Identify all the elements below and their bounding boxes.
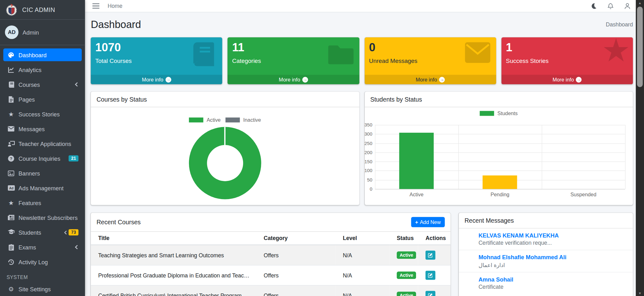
sidebar-item-analytics[interactable]: Analytics <box>3 63 81 76</box>
user-account-icon[interactable] <box>624 3 630 9</box>
svg-text:?: ? <box>10 156 12 161</box>
sidebar-item-site-settings[interactable]: ⚙ Site Settings <box>3 283 81 295</box>
menu-toggle-icon[interactable] <box>92 3 99 8</box>
sidebar-item-label: Site Settings <box>19 286 51 292</box>
dark-mode-moon-icon[interactable] <box>591 3 597 9</box>
sidebar-item-label: Teacher Applications <box>19 140 71 147</box>
table-row: Certified British Curriculum\ Internatio… <box>91 285 451 296</box>
course-category: Offers <box>256 245 336 265</box>
star-icon: ★ <box>7 111 16 117</box>
vertical-scrollbar[interactable]: ▲ ▼ <box>636 0 644 296</box>
info-box-total-courses: 1070 Total Courses More info → <box>91 37 222 84</box>
message-excerpt: ادارة اعمال <box>479 262 627 268</box>
sidebar-item-exams[interactable]: Exams <box>3 241 81 253</box>
clipboard-icon <box>7 244 16 250</box>
notifications-bell-icon[interactable] <box>608 3 614 9</box>
chevron-left-icon <box>74 245 78 249</box>
edit-button[interactable] <box>425 291 435 296</box>
chart-line-icon <box>7 66 16 73</box>
content-header: Dashboard Dashboard <box>91 19 633 30</box>
brand-link[interactable]: CIC ADMIN <box>0 0 85 20</box>
recent-courses-card: Recent Courses +Add New Title Category L… <box>91 213 451 296</box>
sidebar-item-dashboard[interactable]: Dashboard <box>3 48 81 61</box>
more-info-link[interactable]: More info → <box>501 75 633 84</box>
card-title: Courses by Status <box>91 92 359 107</box>
column-category: Category <box>256 232 336 245</box>
message-item: KELVAS KENAM KALIYEKHA Certificate verif… <box>459 228 633 250</box>
sidebar-item-features[interactable]: ★ Features <box>3 196 81 209</box>
sidebar-item-course-inquiries[interactable]: ? Course Inquiries 21 <box>3 152 81 165</box>
course-level: N/A <box>336 245 390 265</box>
bar-chart: Students 350 <box>364 107 633 205</box>
status-badge: Active <box>397 271 416 279</box>
table-header-row: Title Category Level Status Actions <box>91 232 451 245</box>
message-sender-link[interactable]: Amna Sohail <box>479 276 627 283</box>
message-excerpt: Certificate <box>479 284 627 290</box>
course-level: N/A <box>336 265 390 285</box>
sidebar-item-activity-log[interactable]: Activity Log <box>3 255 81 268</box>
legend-label: Active <box>207 117 220 123</box>
question-circle-icon: ? <box>7 155 16 162</box>
add-new-button[interactable]: +Add New <box>411 217 445 227</box>
card-title: Recent Messages <box>459 213 633 229</box>
scrollbar-down-arrow[interactable]: ▼ <box>636 290 644 296</box>
y-tick: 250 <box>364 141 372 146</box>
star-icon: ★ <box>7 200 16 206</box>
chevron-left-icon <box>74 82 78 87</box>
sidebar-item-label: Pages <box>19 96 35 103</box>
status-badge: Active <box>397 251 416 259</box>
sidebar-item-banners[interactable]: Banners <box>3 167 81 179</box>
sidebar-item-label: Exams <box>19 244 36 250</box>
more-info-link[interactable]: More info → <box>91 75 222 84</box>
column-status: Status <box>389 232 418 245</box>
edit-button[interactable] <box>425 271 435 280</box>
table-row: Teaching Strategies and Smart Learning O… <box>91 245 451 265</box>
messages-list: KELVAS KENAM KALIYEKHA Certificate verif… <box>459 228 633 294</box>
star-icon: ★ <box>602 37 630 66</box>
sidebar-item-courses[interactable]: Courses <box>3 78 81 91</box>
course-title: Professional Post Graduate Diploma in Ed… <box>91 265 256 285</box>
arrow-right-icon: → <box>439 77 445 82</box>
y-tick: 50 <box>367 177 372 182</box>
sidebar-item-students[interactable]: Students 73 <box>3 226 81 238</box>
history-icon <box>7 259 16 265</box>
arrow-right-icon: → <box>165 77 171 82</box>
teacher-icon <box>7 141 16 147</box>
info-box-row: 1070 Total Courses More info → 11 Catego… <box>91 37 633 84</box>
card-title: Students by Status <box>364 92 633 107</box>
envelope-icon <box>465 42 490 65</box>
legend-swatch-students <box>480 111 494 116</box>
column-level: Level <box>336 232 390 245</box>
more-info-link[interactable]: More info → <box>228 75 359 84</box>
column-actions: Actions <box>418 232 451 245</box>
message-item: Mohnad Elshafie Mohammed Ali ادارة اعمال <box>459 250 633 272</box>
scrollbar-up-arrow[interactable]: ▲ <box>636 0 644 6</box>
message-sender-link[interactable]: Mohnad Elshafie Mohammed Ali <box>479 254 627 260</box>
y-tick: 0 <box>370 187 372 192</box>
file-icon <box>7 96 16 103</box>
message-sender-link[interactable]: KELVAS KENAM KALIYEKHA <box>479 232 627 239</box>
arrow-right-icon: → <box>576 77 582 82</box>
user-name[interactable]: Admin <box>23 29 39 36</box>
sidebar-item-pages[interactable]: Pages <box>3 93 81 105</box>
edit-pencil-icon <box>428 253 433 258</box>
table-row: Professional Post Graduate Diploma in Ed… <box>91 265 451 285</box>
donut-legend: Active Inactive <box>91 117 359 123</box>
brand-text: CIC ADMIN <box>22 6 55 13</box>
edit-pencil-icon <box>428 293 433 296</box>
x-label: Active <box>375 192 458 198</box>
sidebar-item-newsletter-subscribers[interactable]: Newsletter Subscribers <box>3 211 81 224</box>
dashboard-icon <box>7 52 16 58</box>
bar-pending <box>483 176 517 189</box>
book-icon <box>191 42 217 69</box>
home-link[interactable]: Home <box>108 3 122 9</box>
more-info-label: More info <box>552 77 574 82</box>
sidebar-item-ads-management[interactable]: Ad Ads Management <box>3 182 81 194</box>
sidebar-item-teacher-applications[interactable]: Teacher Applications <box>3 137 81 150</box>
edit-button[interactable] <box>425 251 435 260</box>
chevron-left-icon <box>64 229 68 236</box>
sidebar-item-success-stories[interactable]: ★ Success Stories <box>3 108 81 120</box>
more-info-link[interactable]: More info → <box>364 75 496 84</box>
scrollbar-thumb[interactable] <box>637 7 643 87</box>
sidebar-item-messages[interactable]: Messages <box>3 122 81 135</box>
